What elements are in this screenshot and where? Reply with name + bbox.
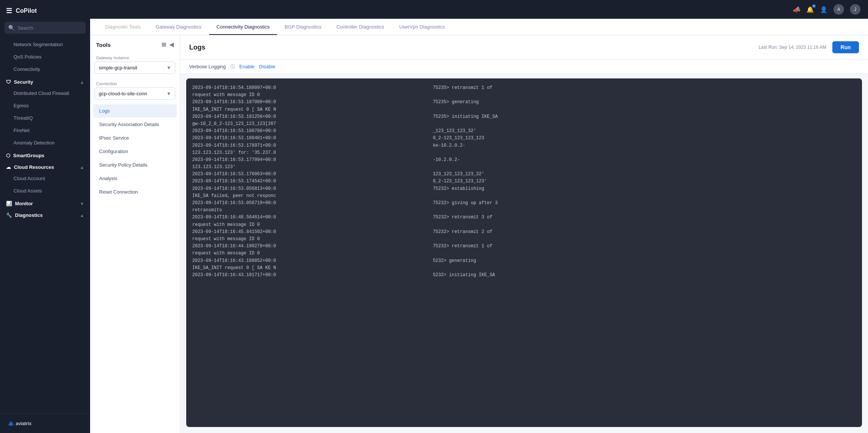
aviatrix-logo: aviatrix [6,419,36,427]
log-line: 2023-09-14T18:16:53.056813+00:0 75232> e… [192,185,856,192]
tab-connectivity-diagnostics[interactable]: Connectivity Diagnostics [209,19,277,35]
log-line: gw-10_2_0_2-123_123_123_123[207 [192,120,856,128]
log-line: 2023-09-14T18:16:53.180708+00:0 _123_123… [192,128,856,135]
log-line: IKE_SA failed, peer not responc [192,192,856,200]
info-icon: ⓘ [231,63,235,70]
tool-logs[interactable]: Logs [93,104,177,117]
connection-value: gcp-cloud-to-site-conn [99,91,147,96]
log-line: IKE_SA_INIT request 0 [ SA KE N [192,106,856,113]
left-panel: Tools ⊞ ◀ Gateway Instance simple-gcp-tr… [90,35,180,433]
sidebar-category-cloud-resources[interactable]: ☁ Cloud Resources ▲ [0,161,90,172]
notification-icon[interactable]: 🔔 [806,6,814,13]
sidebar-item-qos-policies[interactable]: QoS Policies [0,51,90,63]
log-line: request with message ID 0 [192,236,856,243]
connection-select[interactable]: gcp-cloud-to-site-conn ▼ [95,87,175,100]
log-output[interactable]: 2023-09-14T18:16:54.188097+00:0 75235> r… [186,78,862,427]
log-line: request with message ID 0 [192,92,856,99]
sidebar-category-monitor[interactable]: 📊 Monitor ▼ [0,197,90,209]
log-line: 2023-09-14T18:16:44.190278+00:0 75232> r… [192,243,856,250]
tab-gateway-diagnostics[interactable]: Gateway Diagnostics [148,19,209,35]
log-line: 2023-09-14T18:16:43.188852+00:0 5232> ge… [192,257,856,265]
tab-diagnostic-tools[interactable]: Diagnostic Tools [98,19,148,35]
sidebar-category-security[interactable]: 🛡 Security ▲ [0,75,90,87]
enable-link[interactable]: Enable [240,64,255,69]
search-icon: 🔍 [8,25,15,31]
run-button[interactable]: Run [832,41,859,53]
chevron-up-icon: ▲ [80,80,84,84]
disable-link[interactable]: Disable [259,64,275,69]
cloud-icon: ☁ [6,164,11,170]
sidebar-item-label: Cloud Assets [14,188,42,194]
log-line: 2023-09-14T18:16:53.178971+00:0 ke-10.2.… [192,142,856,149]
collapse-icon[interactable]: ◀ [169,41,174,48]
connection-label: Connection [90,78,180,87]
sidebar-item-label: Distributed Cloud Firewall [14,90,69,96]
right-panel: Logs Last Run: Sep 14, 2023 11:16 AM Run… [180,35,868,433]
left-panel-header: Tools ⊞ ◀ [90,35,180,53]
sidebar-item-firenet[interactable]: FireNet [0,124,90,137]
sidebar-item-egress[interactable]: Egress [0,99,90,112]
gateway-instance-select[interactable]: simple-gcp-transit ▼ [95,62,175,74]
notification-badge [812,5,815,8]
log-line: 2023-09-14T18:16:53.181256+00:0 75235> i… [192,113,856,120]
avatar-j[interactable]: J [850,4,860,15]
page-title: Logs [189,44,205,57]
tab-controller-diagnostics[interactable]: Controller Diagnostics [329,19,392,35]
log-line: 2023-09-14T18:16:53.176063+00:0 123_123_… [192,171,856,178]
sidebar-category-smartgroups[interactable]: ⬡ SmartGroups [0,149,90,161]
main-area: 📣 🔔 👤 A J Diagnostic Tools Gateway Diagn… [90,0,868,433]
sidebar-item-threatiq[interactable]: ThreatIQ [0,112,90,124]
log-line: 2023-09-14T18:16:53.187008+00:0 75235> g… [192,99,856,106]
log-line: 2023-09-14T18:16:53.177094+00:0 -10.2.0.… [192,156,856,164]
diagnostics-icon: 🔧 [6,212,12,218]
tool-reset-connection[interactable]: Reset Connection [93,185,177,198]
avatar-a[interactable]: A [833,4,844,15]
sidebar-item-cloud-assets[interactable]: Cloud Assets [0,185,90,197]
sidebar-item-label: Cloud Account [14,176,45,181]
tab-uservpn-diagnostics[interactable]: UserVpn Diagnostics [392,19,452,35]
svg-text:aviatrix: aviatrix [16,421,32,426]
shield-icon: 🛡 [6,79,11,85]
chevron-down-icon: ▼ [80,201,84,206]
tool-ipsec-service[interactable]: IPsec Service [93,131,177,144]
tool-security-association-details[interactable]: Security Association Details [93,118,177,131]
dropdown-arrow-icon: ▼ [166,91,171,96]
filter-icon[interactable]: ⊞ [161,41,166,48]
sidebar-category-diagnostics[interactable]: 🔧 Diagnostics ▲ [0,209,90,220]
search-input[interactable] [18,25,82,31]
panel-header-icons[interactable]: ⊞ ◀ [161,41,174,48]
category-label: Diagnostics [15,212,43,218]
category-label: Security [14,79,33,85]
tab-bgp-diagnostics[interactable]: BGP Diagnostics [277,19,329,35]
sidebar-item-label: Egress [14,103,29,108]
sidebar-item-anomaly-detection[interactable]: Anomaly Detection [0,137,90,149]
log-line: retransmits [192,207,856,214]
log-line: 2023-09-14T18:16:48.564614+00:0 75232> r… [192,214,856,221]
sidebar-item-cloud-account[interactable]: Cloud Account [0,172,90,185]
announcement-icon[interactable]: 📣 [793,6,800,13]
log-line: request with message ID 0 [192,250,856,257]
smartgroups-icon: ⬡ [6,153,10,158]
sidebar-item-network-segmentation[interactable]: Network Segmentation [0,38,90,51]
sidebar-footer: aviatrix [0,413,90,433]
sidebar-item-connectivity[interactable]: Connectivity [0,63,90,75]
log-line: IKE_SA_INIT request 0 [ SA KE N [192,265,856,272]
log-line: 2023-09-14T18:16:53.180401+00:0 0_2-123_… [192,135,856,142]
sidebar: ☰ CoPilot 🔍 Network Segmentation QoS Pol… [0,0,90,433]
log-line: 2023-09-14T18:16:54.188097+00:0 75235> r… [192,84,856,92]
tool-configuration[interactable]: Configuration [93,145,177,158]
sidebar-item-label: Network Segmentation [14,42,63,47]
sidebar-item-label: ThreatIQ [14,115,33,121]
tool-security-policy-details[interactable]: Security Policy Details [93,158,177,171]
monitor-icon: 📊 [6,201,12,206]
user-icon[interactable]: 👤 [820,6,827,13]
sidebar-search[interactable]: 🔍 [5,22,86,34]
log-line: 2023-09-14T18:16:45.841502+00:0 75232> r… [192,229,856,236]
log-line: 123.123.123.123' [192,164,856,171]
gateway-instance-label: Gateway Instance [90,53,180,62]
tool-analysis[interactable]: Analysis [93,172,177,185]
menu-icon[interactable]: ☰ [6,7,12,15]
sidebar-item-distributed-cloud-firewall[interactable]: Distributed Cloud Firewall [0,87,90,99]
sidebar-item-label: Connectivity [14,66,40,72]
sidebar-item-label: Anomaly Detection [14,140,54,146]
